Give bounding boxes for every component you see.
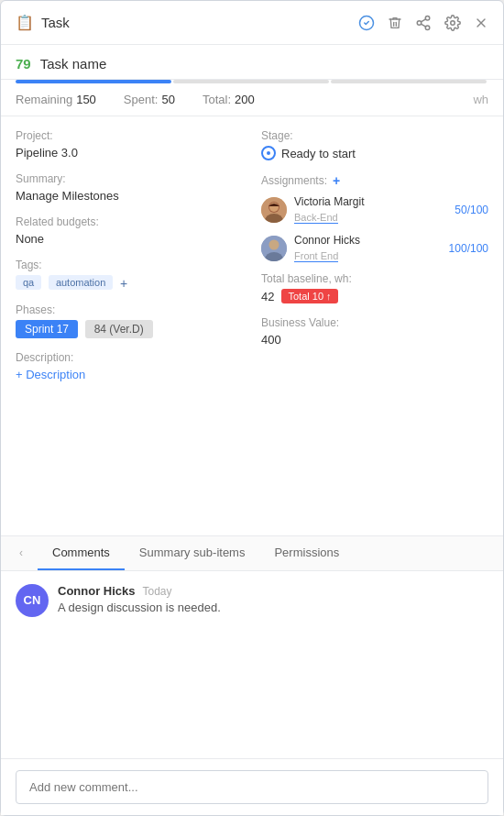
- assignments-label: Assignments: +: [261, 173, 488, 188]
- spent-label: Spent:: [124, 93, 159, 106]
- tag-automation[interactable]: automation: [49, 275, 113, 290]
- stat-remaining: Remaining 150: [16, 93, 96, 106]
- task-modal: 📋 Task 79 Task name: [0, 0, 504, 816]
- comment-avatar-cn: CN: [16, 584, 49, 617]
- baseline-row: 42 Total 10 ↑: [261, 289, 488, 303]
- add-assignment-button[interactable]: +: [333, 173, 340, 188]
- close-button[interactable]: [474, 16, 488, 30]
- tab-comments[interactable]: Comments: [38, 536, 125, 570]
- spent-value: 50: [161, 93, 174, 106]
- baseline-label: Total baseline, wh:: [261, 272, 488, 285]
- comment-header-1: Connor Hicks Today: [58, 584, 221, 598]
- stat-unit: wh: [473, 93, 488, 106]
- comment-body-1: Connor Hicks Today A design discussion i…: [58, 584, 221, 614]
- delete-button[interactable]: [388, 15, 402, 31]
- add-tag-button[interactable]: +: [120, 276, 127, 291]
- avatar-connor: [261, 236, 287, 261]
- comment-input[interactable]: [16, 770, 488, 804]
- tab-summary-sub-items[interactable]: Summary sub-items: [125, 536, 260, 570]
- comment-1: CN Connor Hicks Today A design discussio…: [16, 584, 488, 617]
- svg-point-14: [269, 240, 279, 250]
- stat-spent: Spent: 50: [124, 93, 175, 106]
- modal-title: Task: [41, 15, 358, 30]
- avatar-victoria: [261, 197, 287, 223]
- phase-verd[interactable]: 84 (Ver.D): [85, 320, 153, 338]
- tabs-prev-button[interactable]: ‹: [8, 540, 34, 566]
- tag-qa[interactable]: qa: [16, 275, 41, 290]
- related-budgets-value: None: [16, 232, 243, 246]
- main-content: Project: Pipeline 3.0 Summary: Manage Mi…: [1, 116, 503, 535]
- total-label: Total:: [203, 93, 231, 106]
- assignee-2-info: Connor Hicks Front End: [294, 234, 449, 263]
- tab-permissions[interactable]: Permissions: [259, 536, 354, 570]
- comment-author-1: Connor Hicks: [58, 584, 136, 598]
- related-budgets-label: Related budgets:: [16, 215, 243, 228]
- stats-row: Remaining 150 Spent: 50 Total: 200 wh: [1, 83, 503, 116]
- phases-container: Sprint 17 84 (Ver.D): [16, 320, 243, 338]
- svg-line-5: [421, 18, 425, 21]
- description-add: + Description: [16, 368, 243, 381]
- assignee-2-hours: 100/100: [449, 242, 488, 255]
- header-actions: [358, 15, 488, 31]
- tags-label: Tags:: [16, 259, 243, 271]
- tabs-row: ‹ Comments Summary sub-items Permissions: [1, 536, 503, 571]
- assignee-1-name: Victoria Margit: [294, 195, 455, 208]
- remaining-label: Remaining: [16, 93, 72, 106]
- description-label: Description:: [16, 351, 243, 364]
- project-value: Pipeline 3.0: [16, 146, 243, 160]
- baseline-value: 42: [261, 290, 274, 303]
- assignee-1-hours: 50/100: [455, 204, 488, 216]
- tags-container: qa automation +: [16, 275, 243, 291]
- phases-label: Phases:: [16, 303, 243, 316]
- comment-input-area: [1, 758, 503, 815]
- total-value: 200: [235, 93, 255, 106]
- assignee-2: Connor Hicks Front End 100/100: [261, 234, 488, 263]
- comments-area: CN Connor Hicks Today A design discussio…: [1, 571, 503, 758]
- phase-sprint17[interactable]: Sprint 17: [16, 320, 78, 338]
- svg-line-4: [421, 24, 425, 27]
- right-column: Stage: Ready to start Assignments: +: [261, 129, 488, 523]
- assignee-2-role: Front End: [294, 250, 338, 262]
- share-button[interactable]: [415, 15, 432, 31]
- comment-text-1: A design discussion is needed.: [58, 601, 221, 614]
- summary-label: Summary:: [16, 172, 243, 185]
- remaining-value: 150: [76, 93, 96, 106]
- left-column: Project: Pipeline 3.0 Summary: Manage Mi…: [16, 129, 243, 523]
- add-description-button[interactable]: + Description: [16, 368, 85, 381]
- biz-value-label: Business Value:: [261, 316, 488, 329]
- summary-value: Manage Milestones: [16, 189, 243, 203]
- stage-label: Stage:: [261, 129, 488, 142]
- stage-icon: [261, 146, 276, 160]
- assignee-1-role: Back-End: [294, 212, 338, 224]
- svg-point-6: [451, 20, 455, 25]
- project-label: Project:: [16, 129, 243, 142]
- check-button[interactable]: [358, 15, 375, 31]
- assignee-1-info: Victoria Margit Back-End: [294, 195, 455, 225]
- comment-time-1: Today: [143, 585, 172, 598]
- assignee-1: Victoria Margit Back-End 50/100: [261, 195, 488, 225]
- task-identity: 79 Task name: [1, 45, 503, 80]
- task-name: Task name: [40, 56, 107, 72]
- biz-value: 400: [261, 333, 488, 347]
- settings-button[interactable]: [444, 15, 461, 31]
- stat-total: Total: 200: [203, 93, 255, 106]
- stage-value: Ready to start: [261, 146, 488, 160]
- task-icon: 📋: [16, 14, 34, 31]
- task-id: 79: [16, 56, 31, 72]
- total-badge: Total 10 ↑: [281, 289, 337, 303]
- modal-header: 📋 Task: [1, 1, 503, 45]
- assignee-2-name: Connor Hicks: [294, 234, 449, 247]
- stage-text: Ready to start: [281, 147, 356, 160]
